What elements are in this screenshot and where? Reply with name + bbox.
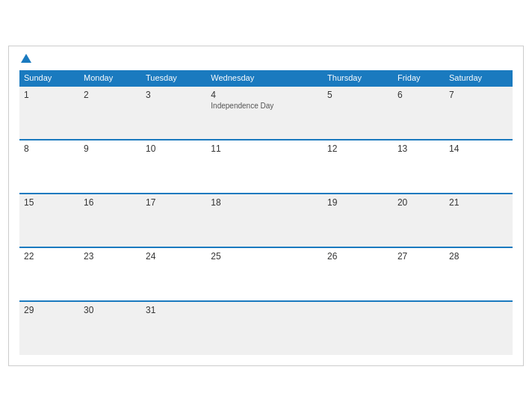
- calendar-cell: 4Independence Day: [206, 86, 323, 140]
- calendar-cell: 20: [393, 194, 445, 247]
- calendar-cell: 8: [19, 140, 79, 194]
- calendar-cell: 6: [393, 86, 445, 140]
- weekday-header-tuesday: Tuesday: [141, 70, 206, 86]
- day-number: 8: [24, 143, 29, 154]
- day-number: 30: [84, 305, 93, 315]
- day-number: 6: [398, 90, 403, 100]
- weekday-header-wednesday: Wednesday: [206, 70, 323, 86]
- day-number: 27: [398, 251, 407, 262]
- day-number: 14: [449, 143, 459, 154]
- day-number: 1: [24, 90, 29, 100]
- day-number: 24: [146, 251, 155, 262]
- day-number: 26: [327, 251, 337, 262]
- logo: [19, 54, 31, 63]
- calendar-cell: 23: [79, 247, 141, 301]
- calendar-cell: 30: [79, 301, 141, 355]
- day-number: 10: [146, 143, 155, 154]
- day-number: 16: [84, 197, 93, 208]
- calendar-header: [19, 54, 513, 63]
- calendar-cell: 16: [79, 194, 141, 247]
- day-number: 23: [84, 251, 93, 262]
- week-row-2: 891011121314: [19, 140, 513, 194]
- calendar-cell: 21: [445, 194, 513, 247]
- weekday-header-monday: Monday: [79, 70, 141, 86]
- calendar-cell: 17: [141, 194, 206, 247]
- calendar-cell: 19: [323, 194, 393, 247]
- day-number: 31: [146, 305, 155, 315]
- calendar-cell: 15: [19, 194, 79, 247]
- calendar-cell: 2: [79, 86, 141, 140]
- calendar-cell: 14: [445, 140, 513, 194]
- calendar-cell: 9: [79, 140, 141, 194]
- day-number: 20: [398, 197, 407, 208]
- day-number: 12: [327, 143, 337, 154]
- calendar-cell: 26: [323, 247, 393, 301]
- calendar-cell: 28: [445, 247, 513, 301]
- calendar-cell: 31: [141, 301, 206, 355]
- calendar-cell: 10: [141, 140, 206, 194]
- calendar-cell: 1: [19, 86, 79, 140]
- day-number: 2: [84, 90, 89, 100]
- day-number: 18: [211, 197, 220, 208]
- day-number: 25: [211, 251, 220, 262]
- day-number: 7: [449, 90, 454, 100]
- weekday-header-row: SundayMondayTuesdayWednesdayThursdayFrid…: [19, 70, 513, 86]
- day-number: 21: [449, 197, 459, 208]
- calendar-cell: 25: [206, 247, 323, 301]
- calendar-cell: 3: [141, 86, 206, 140]
- logo-triangle-icon: [21, 54, 31, 63]
- week-row-1: 1234Independence Day567: [19, 86, 513, 140]
- calendar-cell: 11: [206, 140, 323, 194]
- week-row-4: 22232425262728: [19, 247, 513, 301]
- calendar-cell: 27: [393, 247, 445, 301]
- calendar-table: SundayMondayTuesdayWednesdayThursdayFrid…: [19, 70, 513, 355]
- calendar-cell: [206, 301, 323, 355]
- calendar: SundayMondayTuesdayWednesdayThursdayFrid…: [8, 46, 524, 366]
- day-number: 17: [146, 197, 155, 208]
- weekday-header-sunday: Sunday: [19, 70, 79, 86]
- day-number: 22: [24, 251, 34, 262]
- weekday-header-thursday: Thursday: [323, 70, 393, 86]
- day-number: 19: [327, 197, 337, 208]
- day-number: 9: [84, 143, 89, 154]
- calendar-cell: 24: [141, 247, 206, 301]
- weekday-header-friday: Friday: [393, 70, 445, 86]
- calendar-cell: [323, 301, 393, 355]
- day-number: 11: [211, 143, 220, 154]
- day-number: 29: [24, 305, 34, 315]
- day-number: 5: [327, 90, 332, 100]
- calendar-cell: 5: [323, 86, 393, 140]
- calendar-cell: 13: [393, 140, 445, 194]
- day-number: 4: [211, 90, 216, 100]
- calendar-cell: [393, 301, 445, 355]
- day-number: 3: [146, 90, 151, 100]
- calendar-cell: 12: [323, 140, 393, 194]
- week-row-3: 15161718192021: [19, 194, 513, 247]
- calendar-cell: 29: [19, 301, 79, 355]
- day-number: 28: [449, 251, 459, 262]
- calendar-cell: 22: [19, 247, 79, 301]
- week-row-5: 293031: [19, 301, 513, 355]
- holiday-label: Independence Day: [211, 102, 318, 110]
- day-number: 13: [398, 143, 407, 154]
- calendar-cell: 7: [445, 86, 513, 140]
- calendar-cell: 18: [206, 194, 323, 247]
- weekday-header-saturday: Saturday: [445, 70, 513, 86]
- logo-blue-text: [19, 54, 31, 63]
- calendar-cell: [445, 301, 513, 355]
- day-number: 15: [24, 197, 34, 208]
